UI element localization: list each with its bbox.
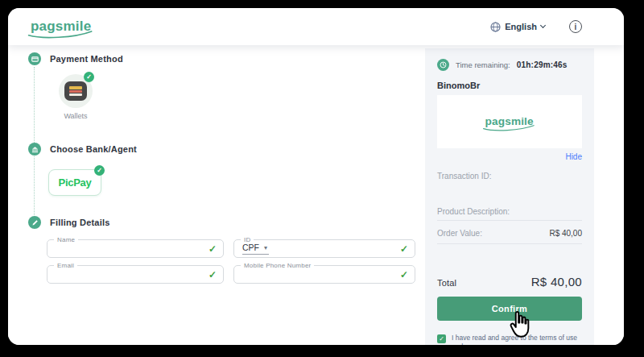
select-caret-icon: ▾ [264, 244, 267, 251]
phone-valid-check-icon: ✓ [400, 269, 408, 280]
bank-option-picpay[interactable]: PicPay ✓ [48, 169, 101, 196]
step2-title: Choose Bank/Agent [50, 144, 137, 154]
merchant-name: BinomoBr [437, 81, 582, 90]
step-connector-line [34, 67, 35, 215]
picpay-selected-check-icon: ✓ [94, 165, 105, 176]
email-valid-check-icon: ✓ [208, 269, 217, 280]
name-input[interactable] [54, 242, 177, 255]
order-value-row: Order Value: R$ 40,00 [437, 229, 582, 238]
step3-title: Filling Details [50, 218, 110, 227]
filling-details-form: Name ✓ ID CPF ▾ ✓ Email ✓ Mobile Phone N… [47, 239, 415, 284]
wallets-label: Wallets [56, 112, 95, 120]
picpay-logo: PicPay [59, 176, 92, 189]
language-label: English [505, 22, 537, 31]
wallet-icon: ✓ [59, 74, 93, 108]
wallets-selected-check-icon: ✓ [84, 72, 94, 82]
step3-pencil-icon [28, 216, 41, 229]
email-field[interactable]: Email ✓ [47, 265, 224, 284]
header-actions: English i [490, 20, 582, 33]
order-value-label: Order Value: [437, 229, 482, 238]
merchant-logo-box: pagsmile [437, 95, 582, 148]
globe-icon [490, 22, 501, 32]
divider [437, 243, 582, 244]
terms-row: ✓ I have read and agree to the terms of … [437, 334, 582, 345]
merchant-logo-swoosh-icon [483, 125, 535, 131]
logo-swoosh-icon [27, 31, 93, 39]
phone-input[interactable] [241, 268, 367, 281]
id-type-select[interactable]: CPF ▾ [242, 243, 269, 255]
info-icon[interactable]: i [569, 20, 582, 33]
time-remaining-label: Time remaining: [456, 60, 510, 69]
phone-field[interactable]: Mobile Phone Number ✓ [233, 265, 415, 284]
id-type-value: CPF [242, 243, 259, 252]
header: pagsmile English i [8, 8, 624, 45]
order-value-amount: R$ 40,00 [549, 229, 582, 238]
step1-title: Payment Method [50, 54, 123, 64]
pagsmile-logo: pagsmile [31, 19, 91, 35]
step1-card-icon [28, 52, 41, 65]
divider [437, 220, 582, 221]
timer-row: Time remaining: 01h:29m:46s [437, 59, 582, 71]
total-row: Total R$ 40,00 [437, 275, 582, 289]
email-input[interactable] [54, 268, 177, 281]
transaction-id-label: Transaction ID: [437, 172, 582, 181]
terms-checkbox[interactable]: ✓ [437, 334, 446, 343]
hide-link[interactable]: Hide [437, 152, 582, 161]
checkout-window: pagsmile English i Payment [8, 8, 624, 345]
content: Payment Method ✓ Wallets Choose Bank/Age… [8, 45, 624, 345]
name-field[interactable]: Name ✓ [47, 239, 224, 258]
chevron-down-icon [540, 23, 546, 28]
language-selector[interactable]: English [490, 22, 545, 32]
time-remaining-value: 01h:29m:46s [517, 60, 568, 69]
merchant-logo: pagsmile [485, 115, 534, 128]
order-summary-panel: Time remaining: 01h:29m:46s BinomoBr pag… [425, 48, 594, 345]
id-valid-check-icon: ✓ [400, 243, 408, 255]
name-valid-check-icon: ✓ [208, 243, 217, 255]
confirm-button[interactable]: Confirm [437, 297, 582, 321]
id-field[interactable]: ID CPF ▾ ✓ [233, 239, 415, 258]
clock-icon [437, 59, 449, 71]
step2-bank-icon [28, 143, 41, 156]
product-description-label: Product Description: [437, 207, 582, 216]
payment-method-wallets[interactable]: ✓ Wallets [56, 74, 95, 120]
terms-text: I have read and agree to the terms of us… [452, 334, 582, 345]
total-label: Total [437, 278, 456, 288]
total-amount: R$ 40,00 [531, 275, 582, 289]
